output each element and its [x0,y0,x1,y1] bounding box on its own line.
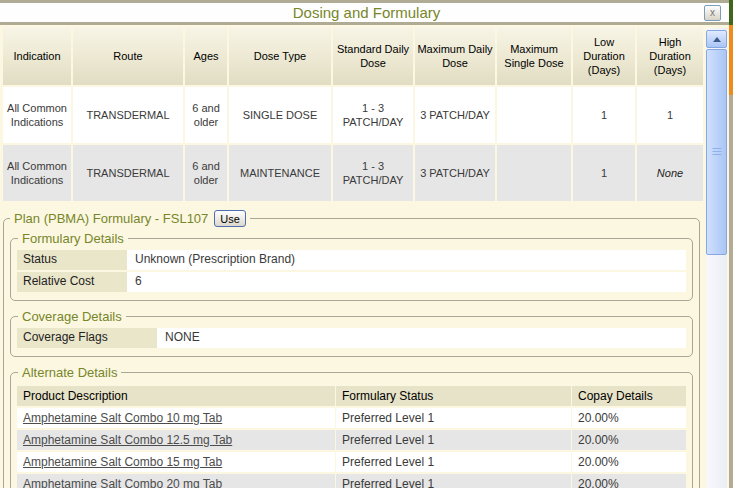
plan-formulary-legend-text: Plan (PBMA) Formulary - FSL107 [14,211,208,226]
window-title: Dosing and Formulary [293,4,441,21]
dosing-table-area: IndicationRouteAgesDose TypeStandard Dai… [0,25,733,203]
plan-formulary-legend: Plan (PBMA) Formulary - FSL107 Use [10,210,250,227]
alternate-row: Amphetamine Salt Combo 20 mg TabPreferre… [17,474,686,488]
alternate-column-header: Product Description [17,386,335,406]
alternate-details-section: Alternate Details Product DescriptionFor… [10,365,693,488]
scroll-up-button[interactable] [706,30,727,48]
dosing-cell-route: TRANSDERMAL [73,87,183,143]
detail-value: NONE [157,328,686,348]
plan-formulary-section: Plan (PBMA) Formulary - FSL107 Use Formu… [3,210,700,488]
alternate-cell-status: Preferred Level 1 [336,430,571,450]
product-link[interactable]: Amphetamine Salt Combo 20 mg Tab [23,477,222,488]
formulary-details-legend: Formulary Details [18,231,128,246]
close-button[interactable]: x [704,5,721,21]
dosing-cell-indication: All Common Indications [3,87,71,143]
detail-row: Coverage FlagsNONE [17,328,686,348]
coverage-details-rows: Coverage FlagsNONE [16,328,687,348]
product-link[interactable]: Amphetamine Salt Combo 10 mg Tab [23,411,222,425]
formulary-details-rows: StatusUnknown (Prescription Brand)Relati… [16,250,687,292]
dosing-row: All Common IndicationsTRANSDERMAL6 and o… [3,145,703,201]
dosing-column-header: Standard Daily Dose [333,27,413,85]
dosing-cell-maximum-daily-dose: 3 PATCH/DAY [415,145,495,201]
dosing-column-header: Maximum Daily Dose [415,27,495,85]
detail-label: Relative Cost [17,272,127,292]
dosing-column-header: Indication [3,27,71,85]
vertical-scrollbar[interactable] [706,28,727,488]
product-link[interactable]: Amphetamine Salt Combo 12.5 mg Tab [23,433,232,447]
alternate-row: Amphetamine Salt Combo 15 mg TabPreferre… [17,452,686,472]
dosing-cell-maximum-daily-dose: 3 PATCH/DAY [415,87,495,143]
dosing-column-header: Dose Type [229,27,331,85]
dosing-cell-indication: All Common Indications [3,145,71,201]
dosing-cell-maximum-single-dose [497,87,571,143]
alternate-column-header: Copay Details [572,386,686,406]
alternate-cell-product: Amphetamine Salt Combo 15 mg Tab [17,452,335,472]
scrollbar-thumb[interactable] [706,49,727,255]
alternate-cell-status: Preferred Level 1 [336,452,571,472]
alternate-cell-status: Preferred Level 1 [336,408,571,428]
coverage-details-legend: Coverage Details [18,309,126,324]
dosing-column-header: Ages [185,27,227,85]
detail-value: Unknown (Prescription Brand) [127,250,686,270]
alternate-cell-copay: 20.00% [572,430,686,450]
window-titlebar: Dosing and Formulary x [0,3,733,25]
coverage-details-section: Coverage Details Coverage FlagsNONE [10,309,693,357]
alternate-details-legend: Alternate Details [18,365,121,380]
alternate-cell-copay: 20.00% [572,452,686,472]
alternate-cell-status: Preferred Level 1 [336,474,571,488]
dosing-cell-ages: 6 and older [185,87,227,143]
edge-tan-segment [729,95,733,488]
detail-row: Relative Cost6 [17,272,686,292]
dosing-cell-ages: 6 and older [185,145,227,201]
scroll-up-icon [713,37,721,42]
scrollbar-grip-icon [712,148,721,156]
close-icon: x [710,7,715,18]
dosing-column-header: Maximum Single Dose [497,27,571,85]
alternate-header-row: Product DescriptionFormulary StatusCopay… [17,386,686,406]
dosing-cell-dose-type: MAINTENANCE [229,145,331,201]
detail-label: Status [17,250,127,270]
background-window-edge [729,0,733,488]
alternate-details-table: Product DescriptionFormulary StatusCopay… [16,384,687,488]
alternate-cell-product: Amphetamine Salt Combo 20 mg Tab [17,474,335,488]
product-link[interactable]: Amphetamine Salt Combo 15 mg Tab [23,455,222,469]
alternate-cell-copay: 20.00% [572,474,686,488]
use-button[interactable]: Use [214,210,246,227]
dosing-cell-low-duration: 1 [573,87,635,143]
dosing-cell-high-duration: 1 [637,87,703,143]
dosing-header-row: IndicationRouteAgesDose TypeStandard Dai… [3,27,703,85]
dosing-table: IndicationRouteAgesDose TypeStandard Dai… [1,25,705,203]
dosing-cell-dose-type: SINGLE DOSE [229,87,331,143]
dosing-column-header: Route [73,27,183,85]
formulary-details-section: Formulary Details StatusUnknown (Prescri… [10,231,693,301]
dosing-row: All Common IndicationsTRANSDERMAL6 and o… [3,87,703,143]
dosing-cell-high-duration: None [637,145,703,201]
dosing-cell-low-duration: 1 [573,145,635,201]
detail-value: 6 [127,272,686,292]
detail-row: StatusUnknown (Prescription Brand) [17,250,686,270]
alternate-cell-product: Amphetamine Salt Combo 12.5 mg Tab [17,430,335,450]
dosing-cell-standard-daily-dose: 1 - 3 PATCH/DAY [333,87,413,143]
detail-label: Coverage Flags [17,328,157,348]
dosing-cell-route: TRANSDERMAL [73,145,183,201]
alternate-cell-copay: 20.00% [572,408,686,428]
dosing-cell-standard-daily-dose: 1 - 3 PATCH/DAY [333,145,413,201]
alternate-cell-product: Amphetamine Salt Combo 10 mg Tab [17,408,335,428]
edge-green-segment [729,0,733,25]
alternate-row: Amphetamine Salt Combo 10 mg TabPreferre… [17,408,686,428]
alternate-column-header: Formulary Status [336,386,571,406]
dosing-cell-maximum-single-dose [497,145,571,201]
dosing-column-header: Low Duration (Days) [573,27,635,85]
alternate-row: Amphetamine Salt Combo 12.5 mg TabPrefer… [17,430,686,450]
dosing-column-header: High Duration (Days) [637,27,703,85]
edge-orange-segment [729,25,733,95]
